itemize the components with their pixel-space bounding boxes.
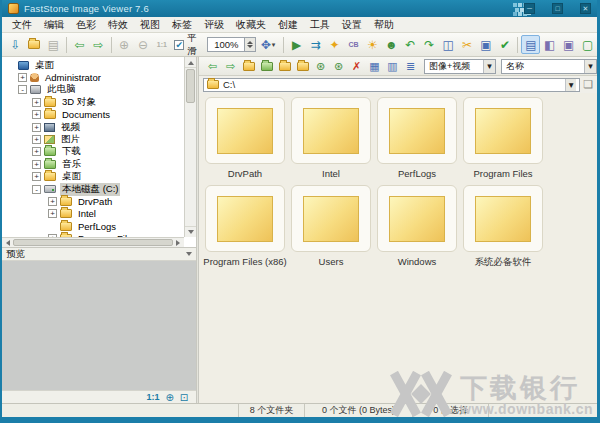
tree-item-3d-objects[interactable]: + 3D 对象 [2,96,184,108]
save-icon[interactable]: ▤ [44,35,63,54]
effects-icon[interactable]: ✦ [325,35,344,54]
menu-effects[interactable]: 特效 [102,17,134,33]
zoom-percent-input[interactable]: 100% [207,37,245,52]
tree-item-intel[interactable]: + Intel [2,208,184,220]
checkbox-check-icon[interactable]: ✔ [174,40,184,50]
menu-settings[interactable]: 设置 [336,17,368,33]
folder-tile-drvpath[interactable]: DrvPath [205,97,285,183]
menu-color[interactable]: 色彩 [70,17,102,33]
dropdown-caret-icon[interactable]: ▾ [483,60,495,73]
tree-item-this-pc[interactable]: - 此电脑 [2,84,184,96]
tree-item-perflogs[interactable]: PerfLogs [2,220,184,232]
tree-item-pictures[interactable]: + 图片 [2,133,184,145]
email-image-icon[interactable]: ✔ [495,35,514,54]
screen-capture-icon[interactable]: ✂ [458,35,477,54]
expander-icon[interactable]: + [32,123,41,132]
tree-item-desktop[interactable]: + 桌面 [2,171,184,183]
menu-help[interactable]: 帮助 [368,17,400,33]
folder-tile-windows[interactable]: Windows [377,185,457,271]
expander-icon[interactable]: - [18,85,27,94]
column-view-icon[interactable]: ▥ [384,58,401,74]
windowed-view-icon[interactable]: ◧ [540,35,559,54]
menu-file[interactable]: 文件 [6,17,38,33]
batch-convert-icon[interactable]: CB [344,35,363,54]
folder-tile-users[interactable]: Users [291,185,371,271]
folder-tile-system-software[interactable]: 系统必备软件 [463,185,543,271]
folder-up-icon[interactable] [240,58,257,74]
rotate-right-icon[interactable]: ↷ [420,35,439,54]
dropdown-caret-icon[interactable]: ▾ [584,60,596,73]
lens-icon[interactable]: ⊕ [165,392,173,403]
web-folder-icon[interactable]: ⊛ [312,58,329,74]
open-folder-icon[interactable] [25,35,44,54]
print-icon[interactable]: ▣ [477,35,496,54]
folder-refresh-icon[interactable] [258,58,275,74]
fit-to-window-icon[interactable]: ⊡ [180,392,188,403]
scrollbar-thumb[interactable] [13,239,173,246]
import-photos-icon[interactable]: ⇩ [6,35,25,54]
select-area-icon[interactable]: ▢ [578,35,597,54]
tree-item-music[interactable]: + 音乐 [2,158,184,170]
slideshow-icon[interactable]: ▶ [287,35,306,54]
fullscreen-view-icon[interactable]: ▣ [559,35,578,54]
expander-icon[interactable]: + [32,147,41,156]
sort-order-select[interactable]: 名称 ▾ [501,59,597,74]
actual-size-icon[interactable]: 1:1 [152,35,171,54]
scroll-left-icon[interactable] [3,240,10,246]
folder-tile-program-files-x86[interactable]: Program Files (x86) [205,185,285,271]
forward-icon[interactable]: ⇨ [222,58,239,74]
path-dropdown-caret-icon[interactable]: ▾ [565,79,576,91]
expander-icon[interactable]: + [48,197,57,206]
folder-tile-program-files[interactable]: Program Files [463,97,543,183]
folder-favorites-icon[interactable] [294,58,311,74]
copy-path-icon[interactable]: ❏ [583,78,593,91]
delete-icon[interactable]: ✗ [348,58,365,74]
network-folder-icon[interactable]: ⊛ [330,58,347,74]
red-eye-removal-icon[interactable]: ☻ [382,35,401,54]
scroll-right-icon[interactable] [176,240,183,246]
folder-tile-intel[interactable]: Intel [291,97,371,183]
smooth-checkbox[interactable]: ✔ 平滑 [174,32,204,58]
tree-item-desktop-root[interactable]: 桌面 [2,59,184,71]
tree-item-videos[interactable]: + 视频 [2,121,184,133]
browser-view-icon[interactable]: ▤ [521,35,540,54]
menu-create[interactable]: 创建 [272,17,304,33]
expander-icon[interactable]: + [32,98,41,107]
menu-view[interactable]: 视图 [134,17,166,33]
file-filter-select[interactable]: 图像+视频 ▾ [424,59,496,74]
zoom-in-icon[interactable]: ⊕ [115,35,134,54]
previous-image-icon[interactable]: ⇦ [70,35,89,54]
expander-icon[interactable]: + [18,73,27,82]
expander-icon[interactable]: + [32,110,41,119]
compare-images-icon[interactable]: ◫ [439,35,458,54]
expander-icon[interactable]: + [32,172,41,181]
list-view-icon[interactable]: ≣ [402,58,419,74]
zoom-out-icon[interactable]: ⊖ [134,35,153,54]
menu-tag[interactable]: 标签 [166,17,198,33]
expander-icon[interactable]: - [32,185,41,194]
expander-icon[interactable]: + [32,135,41,144]
copy-move-icon[interactable]: ⇉ [306,35,325,54]
next-image-icon[interactable]: ⇨ [89,35,108,54]
menu-edit[interactable]: 编辑 [38,17,70,33]
tree-item-downloads[interactable]: + 下载 [2,146,184,158]
tree-vertical-scrollbar[interactable] [184,57,196,237]
collapse-panel-icon[interactable] [186,252,192,259]
tree-horizontal-scrollbar[interactable] [2,237,184,247]
adjust-lighting-icon[interactable]: ☀ [363,35,382,54]
rotate-left-icon[interactable]: ↶ [401,35,420,54]
expander-icon[interactable]: + [48,209,57,218]
tree-item-drvpath[interactable]: + DrvPath [2,195,184,207]
menu-tools[interactable]: 工具 [304,17,336,33]
folder-browse-icon[interactable] [276,58,293,74]
menu-rating[interactable]: 评级 [198,17,230,33]
scrollbar-thumb[interactable] [186,69,195,103]
minimize-button[interactable]: ─ [524,3,535,14]
maximize-button[interactable]: □ [552,3,563,14]
hand-tool-icon[interactable]: ✥▾ [256,35,281,54]
expander-icon[interactable]: + [32,160,41,169]
folder-tile-perflogs[interactable]: PerfLogs [377,97,457,183]
tree-item-local-disk-c[interactable]: - 本地磁盘 (C:) [2,183,184,195]
tree-item-administrator[interactable]: + Administrator [2,71,184,83]
tree-item-documents[interactable]: + Documents [2,109,184,121]
